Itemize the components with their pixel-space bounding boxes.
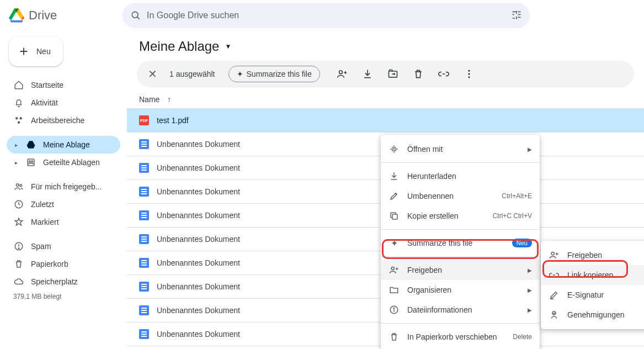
file-name: Unbenanntes Dokument <box>157 163 240 172</box>
svg-point-27 <box>393 308 395 309</box>
svg-point-28 <box>551 252 554 255</box>
docs-icon <box>139 258 149 268</box>
svg-point-6 <box>29 161 30 162</box>
sidebar-item-trash[interactable]: Papierkorb <box>7 255 120 273</box>
sidebar-item-clock[interactable]: Zuletzt <box>7 195 120 213</box>
sidebar-item-label: Startseite <box>31 81 63 89</box>
clock-icon <box>13 199 24 209</box>
more-icon[interactable] <box>464 68 475 80</box>
sidebar-item-drive[interactable]: ▸Meine Ablage <box>7 136 120 154</box>
summarize-button[interactable]: ✦ Summarize this file <box>228 66 320 82</box>
svg-point-18 <box>468 70 470 72</box>
docs-icon <box>139 282 149 292</box>
docs-icon <box>139 305 149 315</box>
sidebar-item-bell[interactable]: Aktivität <box>7 94 120 112</box>
drive-icon <box>25 140 36 150</box>
svg-rect-5 <box>28 159 34 166</box>
share-submenu: FreigebenCtrl+Alt+ALink kopierenE-Signat… <box>541 241 644 329</box>
menu-item-link[interactable]: Link kopieren <box>541 265 644 285</box>
new-button[interactable]: Neu <box>9 36 63 66</box>
menu-item-copy[interactable]: Kopie erstellenCtrl+C Ctrl+V <box>381 206 540 226</box>
file-name: test 1.pdf <box>157 116 189 125</box>
sidebar-item-label: Aktivität <box>31 98 58 107</box>
sidebar-item-home[interactable]: Startseite <box>7 76 120 94</box>
sparkle-icon: ✦ <box>237 70 243 78</box>
docs-icon <box>139 234 149 244</box>
svg-point-14 <box>339 71 342 74</box>
sort-arrow-icon[interactable]: ↑ <box>167 95 171 104</box>
file-name: Unbenanntes Dokument <box>157 330 240 339</box>
sidebar-item-label: Speicherplatz <box>31 277 78 286</box>
delete-icon[interactable] <box>413 68 424 80</box>
move-icon[interactable] <box>387 68 398 80</box>
menu-item-label: Umbenennen <box>407 192 494 200</box>
menu-item-approvals[interactable]: GenehmigungenAlt+V dann E <box>541 305 644 325</box>
svg-point-3 <box>20 117 23 120</box>
menu-item-folder[interactable]: Organisieren▶ <box>381 280 540 300</box>
shortcut-label: Ctrl+C Ctrl+V <box>493 212 532 220</box>
menu-item-label: Dateiinformationen <box>407 305 520 314</box>
sidebar-item-star[interactable]: Markiert <box>7 213 120 231</box>
menu-item-sparkle[interactable]: ✦Summarize this fileNeu <box>381 233 540 253</box>
menu-item-share[interactable]: FreigebenCtrl+Alt+A <box>541 245 644 265</box>
sidebar-item-spam[interactable]: Spam <box>7 237 120 255</box>
search-options-icon[interactable] <box>511 10 522 21</box>
file-name: Unbenanntes Dokument <box>157 282 240 291</box>
svg-point-4 <box>18 121 20 124</box>
chevron-right-icon: ▸ <box>13 160 19 166</box>
drive-logo-icon <box>9 8 24 23</box>
svg-point-13 <box>18 248 19 249</box>
file-name: Unbenanntes Dokument <box>157 140 240 149</box>
link-icon[interactable] <box>438 68 449 80</box>
docs-icon <box>139 163 149 173</box>
selection-count: 1 ausgewählt <box>169 70 215 78</box>
svg-point-0 <box>132 12 138 18</box>
chevron-right-icon: ▶ <box>528 146 532 152</box>
file-name: Unbenanntes Dokument <box>157 306 240 315</box>
svg-point-8 <box>17 184 19 187</box>
search-input[interactable] <box>147 10 505 20</box>
app-name: Drive <box>29 8 57 23</box>
rename-icon <box>388 191 400 201</box>
clear-selection-button[interactable]: ✕ <box>146 65 159 83</box>
menu-item-info[interactable]: Dateiinformationen▶ <box>381 300 540 320</box>
menu-item-label: Summarize this file <box>407 239 504 247</box>
menu-item-label: Freigeben <box>567 251 644 260</box>
trash-icon <box>13 259 24 269</box>
menu-item-label: E-Signatur <box>567 290 644 299</box>
share-icon[interactable] <box>337 68 348 80</box>
svg-point-9 <box>20 184 22 187</box>
file-row[interactable]: PDFtest 1.pdf <box>127 109 644 133</box>
svg-point-22 <box>391 267 394 269</box>
menu-item-trash[interactable]: In Papierkorb verschiebenDelete <box>381 327 540 347</box>
copy-icon <box>388 211 400 221</box>
caret-down-icon: ▼ <box>225 43 231 50</box>
menu-item-signature[interactable]: E-Signatur <box>541 285 644 305</box>
menu-item-open-with[interactable]: Öffnen mit▶ <box>381 139 540 159</box>
docs-icon <box>139 139 149 149</box>
search-bar[interactable] <box>123 3 530 28</box>
selection-action-bar: ✕ 1 ausgewählt ✦ Summarize this file <box>137 61 634 87</box>
search-icon[interactable] <box>130 10 141 21</box>
sidebar-item-workspaces[interactable]: Arbeitsbereiche <box>7 112 120 129</box>
page-title-dropdown[interactable]: Meine Ablage ▼ <box>127 39 644 61</box>
bell-icon <box>13 98 24 108</box>
context-menu: Öffnen mit▶HerunterladenUmbenennenCtrl+A… <box>381 135 540 349</box>
signature-icon <box>549 290 560 300</box>
menu-item-rename[interactable]: UmbenennenCtrl+Alt+E <box>381 186 540 206</box>
column-header[interactable]: Name ↑ <box>127 91 644 109</box>
sparkle-icon: ✦ <box>388 238 400 248</box>
menu-item-share[interactable]: Freigeben▶ <box>381 260 540 280</box>
sidebar-item-label: Zuletzt <box>31 200 54 209</box>
download-icon[interactable] <box>362 68 373 80</box>
sidebar-item-cloud[interactable]: Speicherplatz <box>7 273 120 290</box>
menu-item-download[interactable]: Herunterladen <box>381 166 540 186</box>
sidebar-item-label: Markiert <box>31 218 59 226</box>
sidebar-item-people[interactable]: Für mich freigegeb... <box>7 178 120 195</box>
sidebar-item-shared-drive[interactable]: ▸Geteilte Ablagen <box>7 154 120 171</box>
sidebar-item-label: Spam <box>31 242 51 251</box>
info-icon <box>388 305 400 315</box>
shared-drive-icon <box>25 157 36 167</box>
storage-usage: 379,1 MB belegt <box>7 290 120 303</box>
menu-item-label: Öffnen mit <box>407 145 520 154</box>
